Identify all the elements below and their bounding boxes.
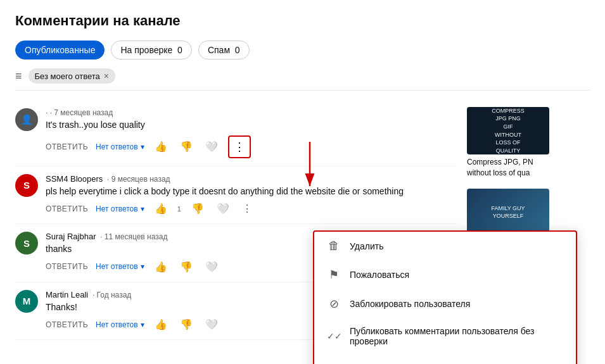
ad-thumbnail: COMPRESSJPG PNGGIFWITHOUTLOSS OFQUALITY	[467, 107, 549, 154]
dislike-icon[interactable]: 👎	[177, 139, 195, 154]
checkmark-icon: ✓✓	[327, 331, 341, 341]
replies-button[interactable]: Нет ответов ▾	[96, 204, 144, 213]
like-icon[interactable]: 👍	[152, 260, 170, 274]
replies-button[interactable]: Нет ответов ▾	[96, 320, 144, 329]
tab-spam[interactable]: Спам 0	[198, 41, 250, 60]
dropdown-item-moderator[interactable]: ⊕ Назначить пользователя модератором	[314, 354, 576, 364]
block-icon: ⊘	[327, 297, 341, 311]
dislike-icon[interactable]: 👎	[189, 201, 207, 216]
replies-button[interactable]: Нет ответов ▾	[96, 262, 144, 271]
tab-review[interactable]: На проверке 0	[111, 41, 191, 60]
avatar: 👤	[15, 108, 38, 131]
filter-chip-close[interactable]: ×	[104, 71, 109, 81]
replies-button[interactable]: Нет ответов ▾	[96, 142, 144, 151]
filter-chip: Без моего ответа ×	[29, 68, 115, 84]
dropdown-item-report[interactable]: ⚑ Пожаловаться	[314, 260, 576, 289]
page-title: Комментарии на канале	[15, 13, 590, 29]
ad-card: COMPRESSJPG PNGGIFWITHOUTLOSS OFQUALITY …	[467, 107, 590, 179]
comment-row: S SSM4 Bloopers · 9 месяцев назад pls he…	[15, 166, 457, 225]
dropdown-item-approve[interactable]: ✓✓ Публиковать комментарии пользователя …	[314, 318, 576, 354]
dropdown-item-delete[interactable]: 🗑 Удалить	[314, 232, 576, 260]
avatar: M	[15, 290, 38, 313]
dropdown-item-block[interactable]: ⊘ Заблокировать пользователя	[314, 289, 576, 318]
tabs-row: Опубликованные На проверке 0 Спам 0	[15, 41, 590, 60]
comment-text: pls help everytime i click a body type i…	[46, 185, 457, 198]
trash-icon: 🗑	[327, 239, 341, 253]
heart-icon[interactable]: 🤍	[203, 139, 220, 154]
filter-icon[interactable]: ≡	[15, 70, 22, 83]
ad-thumbnail: FAMILY GUYYOURSELF	[467, 189, 549, 236]
reply-button[interactable]: ОТВЕТИТЬ	[46, 142, 88, 151]
heart-icon[interactable]: 🤍	[203, 260, 220, 274]
comment-actions: ОТВЕТИТЬ Нет ответов ▾ 👍 1 👎 🤍 ⋮	[46, 201, 457, 216]
like-count: 1	[177, 205, 181, 213]
comment-actions: ОТВЕТИТЬ Нет ответов ▾ 👍 👎 🤍 ⋮	[46, 135, 457, 158]
dropdown-menu: 🗑 Удалить ⚑ Пожаловаться ⊘ Заблокировать…	[313, 230, 577, 364]
heart-icon[interactable]: 🤍	[214, 201, 232, 216]
dislike-icon[interactable]: 👎	[177, 317, 195, 332]
avatar: S	[15, 174, 38, 197]
comment-row: 👤 · · 7 месяцев назад It's trash..you lo…	[15, 101, 457, 166]
tab-published[interactable]: Опубликованные	[15, 41, 105, 60]
comment-text: It's trash..you lose quality	[46, 119, 457, 132]
reply-button[interactable]: ОТВЕТИТЬ	[46, 204, 88, 213]
dislike-icon[interactable]: 👎	[177, 260, 195, 274]
comment-content: SSM4 Bloopers · 9 месяцев назад pls help…	[46, 174, 457, 217]
reply-button[interactable]: ОТВЕТИТЬ	[46, 262, 88, 271]
avatar: S	[15, 232, 38, 254]
like-icon[interactable]: 👍	[152, 317, 170, 332]
moderator-icon: ⊕	[327, 361, 341, 364]
heart-icon[interactable]: 🤍	[203, 317, 220, 332]
comment-meta: · · 7 месяцев назад	[46, 108, 457, 117]
like-icon[interactable]: 👍	[152, 201, 170, 216]
reply-button[interactable]: ОТВЕТИТЬ	[46, 320, 88, 329]
comment-content: · · 7 месяцев назад It's trash..you lose…	[46, 108, 457, 158]
filter-row: ≡ Без моего ответа ×	[15, 68, 590, 91]
more-options-button[interactable]: ⋮	[228, 135, 251, 158]
like-icon[interactable]: 👍	[152, 139, 170, 154]
comment-meta: SSM4 Bloopers · 9 месяцев назад	[46, 174, 457, 184]
ad-title: Compress JPG, PN without loss of qua	[467, 157, 590, 179]
flag-icon: ⚑	[327, 268, 341, 282]
arrow-indicator	[291, 142, 329, 192]
more-options-button[interactable]: ⋮	[239, 201, 255, 216]
